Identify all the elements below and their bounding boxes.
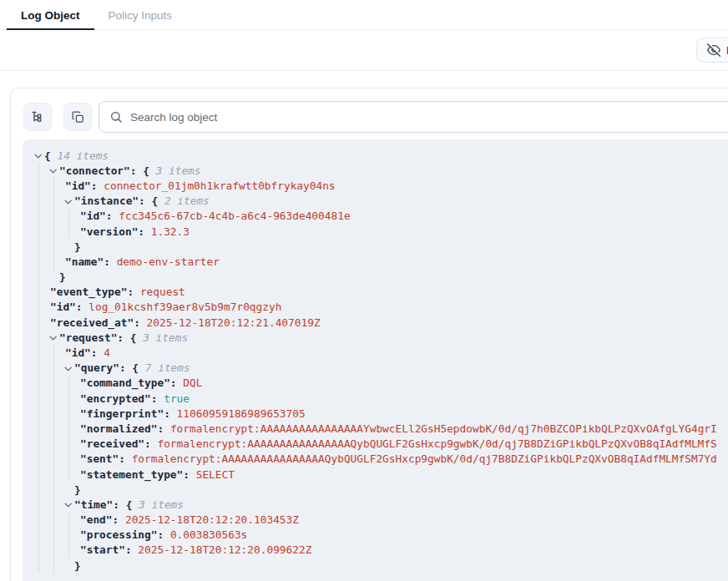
indent-guide	[38, 209, 50, 224]
chevron-down-icon[interactable]	[35, 153, 44, 158]
json-key: "start":	[80, 543, 138, 556]
json-panel: { 14 items"connector": { 3 items"id": co…	[23, 139, 728, 581]
json-value: formalencrypt:AAAAAAAAAAAAAAAAQybQUGLF2G…	[132, 452, 717, 465]
indent-guide	[38, 330, 50, 345]
indent-guide	[38, 224, 50, 239]
json-key: "request":	[59, 331, 130, 344]
json-line: "statement_type": SELECT	[35, 467, 728, 482]
json-line: }	[35, 482, 728, 497]
json-key: "command_type":	[80, 376, 183, 389]
eye-off-icon	[707, 43, 720, 57]
search-input[interactable]	[130, 111, 728, 124]
chevron-down-icon[interactable]	[50, 168, 59, 173]
indent-guide	[68, 406, 80, 421]
indent-guide	[38, 437, 50, 452]
indent-guide	[38, 467, 50, 482]
json-value: 2025-12-18T20:12:20.103453Z	[125, 513, 299, 526]
json-value: demo-env-starter	[117, 255, 220, 268]
indent-guide	[38, 543, 50, 558]
json-key: "id":	[50, 301, 88, 313]
indent-guide	[38, 421, 50, 436]
json-line: "normalized": formalencrypt:AAAAAAAAAAAA…	[35, 421, 728, 436]
json-line: { 14 items	[35, 148, 728, 163]
indent-guide	[38, 513, 50, 528]
card-toolbar	[23, 101, 728, 133]
indent-guide	[53, 194, 65, 209]
action-row: D	[0, 30, 728, 71]
indent-guide	[38, 300, 50, 315]
json-line: "request": { 3 items	[35, 330, 728, 345]
indent-guide	[38, 376, 50, 391]
indent-guide	[68, 209, 80, 224]
json-line: "connector": { 3 items	[35, 163, 728, 178]
indent-guide	[38, 497, 50, 512]
indent-guide	[53, 528, 65, 543]
indent-guide	[53, 452, 65, 467]
json-key: "id":	[65, 346, 104, 359]
json-key: "fingerprint":	[80, 407, 177, 420]
indent-guide	[53, 421, 65, 436]
indent-guide	[53, 376, 65, 391]
chevron-down-icon[interactable]	[65, 366, 74, 371]
indent-guide	[38, 270, 50, 285]
json-key: "time":	[74, 498, 126, 511]
copy-icon	[71, 110, 85, 124]
chevron-down-icon[interactable]	[65, 502, 74, 507]
decrypt-button[interactable]: D	[696, 38, 728, 63]
json-key: "id":	[80, 210, 119, 222]
indent-guide	[53, 254, 65, 269]
json-key: "end":	[80, 513, 125, 526]
indent-guide	[53, 209, 65, 224]
json-items-count: 3 items	[156, 164, 201, 177]
json-line: "id": fcc345c6-67cb-4c4b-a6c4-963de40048…	[35, 209, 728, 224]
indent-guide	[68, 513, 80, 528]
json-line: "fingerprint": 11060959186989653705	[35, 406, 728, 421]
indent-guide	[53, 345, 65, 360]
collapse-tree-button[interactable]	[23, 103, 52, 131]
chevron-down-icon[interactable]	[50, 335, 59, 340]
json-line: "command_type": DQL	[35, 376, 728, 391]
json-value: fcc345c6-67cb-4c4b-a6c4-963de400481e	[119, 210, 350, 222]
copy-button[interactable]	[63, 103, 92, 131]
indent-guide	[53, 497, 65, 512]
json-value: 2025-12-18T20:12:21.407019Z	[147, 316, 321, 329]
indent-guide	[53, 406, 65, 421]
indent-guide	[38, 391, 50, 406]
json-line: "name": demo-env-starter	[35, 254, 728, 269]
json-value: 4	[104, 346, 110, 359]
json-line: "time": { 3 items	[35, 497, 728, 512]
tab-log-object[interactable]: Log Object	[7, 0, 94, 30]
indent-guide	[38, 528, 50, 543]
json-line: }	[35, 239, 728, 254]
json-items-count: 7 items	[145, 361, 190, 374]
json-key: "event_type":	[50, 285, 140, 298]
json-key: "id":	[65, 179, 104, 192]
json-items-count: 2 items	[164, 195, 210, 207]
json-tree: { 14 items"connector": { 3 items"id": co…	[35, 148, 728, 573]
json-close-brace: }	[74, 483, 81, 496]
json-line: "id": log_01kcshf39aer8v5b9m7r0qgzyh	[35, 300, 728, 315]
json-line: "sent": formalencrypt:AAAAAAAAAAAAAAAAQy…	[35, 452, 728, 467]
json-value: formalencrypt:AAAAAAAAAAAAAAAAYwbwcELl2G…	[170, 422, 717, 435]
log-object-card: { 14 items"connector": { 3 items"id": co…	[10, 88, 728, 581]
json-line: "encrypted": true	[35, 391, 728, 406]
json-key: "statement_type":	[80, 468, 196, 481]
json-open-brace: {	[151, 195, 164, 207]
chevron-down-icon[interactable]	[65, 199, 74, 204]
json-line: "start": 2025-12-18T20:12:20.099622Z	[35, 543, 728, 558]
indent-guide	[53, 558, 65, 573]
json-open-brace: {	[44, 149, 57, 162]
indent-guide	[53, 543, 65, 558]
search-icon	[109, 110, 123, 124]
json-value: true	[164, 392, 190, 405]
json-value: formalencrypt:AAAAAAAAAAAAAAAAQybQUGLF2G…	[157, 437, 716, 450]
search-box	[99, 101, 728, 133]
indent-guide	[38, 178, 50, 193]
tab-policy-inputs[interactable]: Policy Inputs	[94, 0, 187, 30]
indent-guide	[38, 163, 50, 178]
json-close-brace: }	[74, 559, 81, 572]
indent-guide	[38, 558, 50, 573]
tab-bar: Log Object Policy Inputs	[0, 0, 728, 30]
json-line: "version": 1.32.3	[35, 224, 728, 239]
indent-guide	[68, 452, 80, 467]
